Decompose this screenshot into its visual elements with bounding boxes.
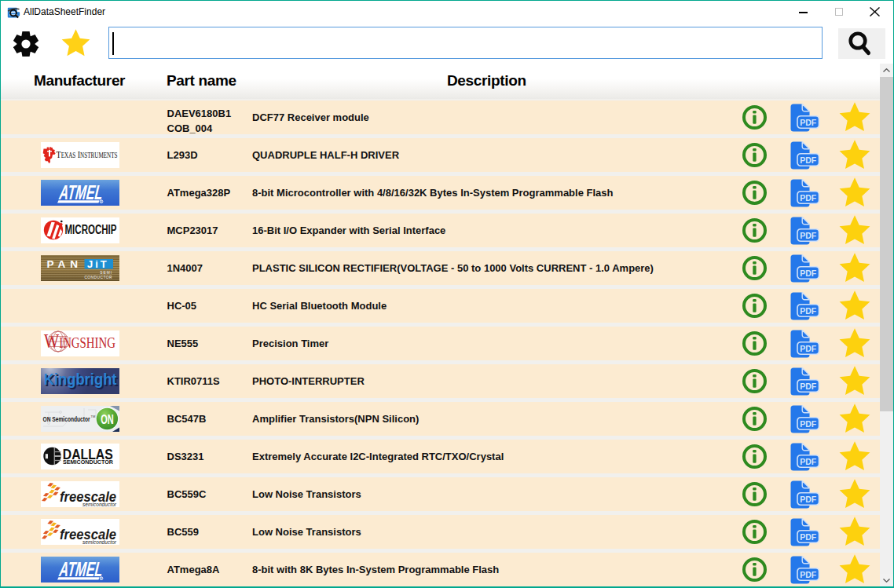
svg-text:PDF: PDF (800, 570, 817, 579)
svg-text:Kingbright: Kingbright (44, 370, 117, 388)
svg-text:PDF: PDF (800, 193, 817, 203)
svg-text:ON Semiconductor: ON Semiconductor (43, 415, 90, 423)
svg-text:SEMI: SEMI (100, 271, 112, 275)
svg-text:SEMICONDUCTOR: SEMICONDUCTOR (63, 459, 113, 465)
svg-text:TM: TM (91, 415, 96, 418)
svg-text:JiT: JiT (87, 258, 109, 270)
svg-text:PDF: PDF (800, 495, 817, 504)
svg-text:PDF: PDF (800, 532, 817, 542)
svg-text:PDF: PDF (800, 118, 817, 127)
svg-text:PDF: PDF (800, 231, 817, 240)
svg-text:semiconductor: semiconductor (82, 539, 117, 545)
svg-text:PDF: PDF (800, 268, 817, 278)
svg-text:semiconductor: semiconductor (82, 502, 117, 507)
svg-text:PDF: PDF (800, 457, 817, 466)
svg-text:TEXAS INSTRUMENTS: TEXAS INSTRUMENTS (57, 148, 118, 160)
svg-text:PDF: PDF (800, 344, 817, 353)
svg-text:PDF: PDF (800, 155, 817, 165)
svg-text:PDF: PDF (800, 382, 817, 391)
svg-text:PDF: PDF (800, 419, 817, 429)
svg-text:PDF: PDF (800, 306, 817, 316)
svg-text:MICROCHIP: MICROCHIP (65, 223, 117, 236)
svg-text:PAN: PAN (47, 258, 83, 270)
svg-text:CONDUCTOR: CONDUCTOR (84, 276, 112, 279)
svg-text:WINGSHING: WINGSHING (44, 331, 115, 352)
svg-text:ON: ON (101, 412, 114, 426)
